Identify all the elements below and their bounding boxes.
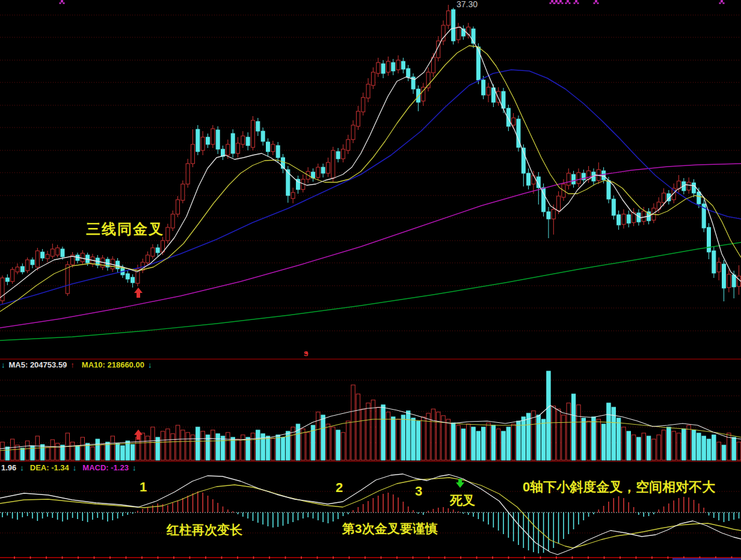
- volume-bar-down: [521, 417, 525, 460]
- volume-bar-up: [251, 433, 254, 460]
- volume-bar-up: [301, 429, 305, 460]
- top-signal-marker: [567, 0, 569, 2]
- annotation-red-bars-longer: 红柱再次变长: [167, 522, 242, 538]
- volume-ma10-value: MA10: 218660.00: [82, 360, 144, 369]
- candle-up: [371, 72, 375, 85]
- annotation-below-zero-cross: 0轴下小斜度金叉，空间相对不大: [523, 478, 715, 496]
- volume-bar-up: [396, 419, 400, 460]
- volume-bar-up: [226, 432, 230, 460]
- candle-up: [316, 167, 320, 177]
- macd-dea-down-arrow-icon: ↓: [73, 463, 77, 472]
- candle-up: [642, 211, 645, 221]
- candle-down: [216, 130, 220, 149]
- candle-up: [386, 61, 390, 72]
- volume-bar-down: [461, 429, 465, 460]
- volume-bar-down: [697, 433, 701, 460]
- volume-bar-down: [637, 437, 641, 460]
- volume-bar-down: [401, 415, 405, 460]
- candle-down: [416, 89, 420, 102]
- candle-up: [577, 173, 580, 183]
- volume-bar-up: [657, 435, 660, 460]
- candle-down: [231, 134, 235, 153]
- volume-bar-down: [131, 445, 134, 460]
- volume-bar-up: [51, 440, 54, 460]
- volume-ma5-up-arrow-icon: ↑: [70, 360, 75, 369]
- volume-bar-up: [176, 425, 179, 460]
- volume-bar-down: [452, 423, 455, 460]
- volume-bar-up: [211, 430, 215, 460]
- volume-bar-up: [562, 415, 565, 460]
- volume-bar-up: [422, 417, 425, 460]
- volume-bar-up: [346, 421, 350, 460]
- volume-bar-down: [517, 421, 520, 460]
- candle-up: [377, 63, 380, 73]
- candle-up: [331, 150, 335, 178]
- buy-arrow-icon: [134, 288, 143, 298]
- candle-up: [241, 136, 245, 144]
- candle-up: [191, 144, 195, 164]
- volume-bar-down: [647, 436, 650, 460]
- volume-bar-up: [326, 424, 330, 460]
- candle-down: [572, 174, 576, 184]
- candle-down: [392, 63, 395, 71]
- candle-up: [346, 140, 350, 150]
- candle-down: [116, 261, 120, 269]
- volume-bar-down: [667, 427, 671, 460]
- volume-bar-down: [281, 437, 284, 460]
- top-signal-marker: [597, 2, 599, 4]
- volume-bar-up: [466, 424, 470, 460]
- volume-bar-up: [556, 409, 560, 460]
- volume-bar-down: [216, 434, 220, 460]
- candle-down: [126, 274, 129, 279]
- volume-bar-up: [487, 423, 490, 460]
- volume-bar-down: [592, 417, 595, 460]
- volume-bar-up: [186, 432, 189, 460]
- top-signal-marker: [551, 0, 553, 2]
- volume-bar-up: [496, 429, 500, 460]
- candle-down: [266, 142, 269, 152]
- volume-bar-down: [547, 371, 550, 460]
- top-signal-marker: [565, 2, 567, 4]
- volume-bar-up: [25, 441, 29, 460]
- volume-bar-up: [316, 412, 320, 460]
- candle-up: [557, 196, 561, 211]
- volume-bar-down: [722, 445, 725, 460]
- volume-bar-up: [100, 445, 104, 460]
- candle-up: [351, 125, 355, 140]
- volume-bar-down: [732, 437, 736, 460]
- candle-up: [146, 255, 150, 263]
- candle-up: [35, 251, 39, 267]
- volume-bar-up: [146, 436, 149, 460]
- volume-bar-up: [366, 403, 370, 460]
- candle-down: [602, 171, 606, 180]
- volume-ma5-value: MA5: 204753.59: [9, 360, 67, 369]
- candle-down: [5, 278, 9, 282]
- volume-bar-up: [371, 400, 375, 460]
- chart-canvas[interactable]: [0, 0, 741, 560]
- volume-bar-up: [91, 447, 94, 460]
- volume-left-down-arrow-icon: ↓: [1, 360, 5, 369]
- candle-up: [151, 248, 155, 256]
- volume-bar-up: [622, 427, 626, 460]
- candle-down: [527, 173, 530, 185]
- stock-chart-app: ↓ MA5: 204753.59 ↑ MA10: 218660.00 ↓ 1.9…: [0, 0, 741, 560]
- candle-down: [336, 152, 340, 159]
- volume-bar-down: [607, 403, 610, 460]
- candle-up: [687, 182, 690, 190]
- sell-signal-marker: S: [304, 351, 308, 357]
- volume-bar-down: [5, 447, 9, 460]
- top-signal-marker: [577, 2, 579, 4]
- candle-up: [166, 227, 170, 241]
- volume-bar-down: [571, 394, 575, 460]
- volume-bar-down: [472, 427, 475, 460]
- top-signal-marker: [555, 0, 558, 2]
- volume-bar-up: [642, 433, 645, 460]
- candle-down: [401, 61, 405, 69]
- volume-bar-up: [151, 427, 155, 460]
- candle-down: [697, 192, 701, 204]
- volume-bar-up: [331, 427, 335, 460]
- annotation-triple-golden-cross: 三线同金叉: [86, 220, 164, 239]
- top-signal-marker: [595, 0, 597, 2]
- candle-down: [276, 146, 280, 158]
- volume-bar-up: [201, 431, 204, 460]
